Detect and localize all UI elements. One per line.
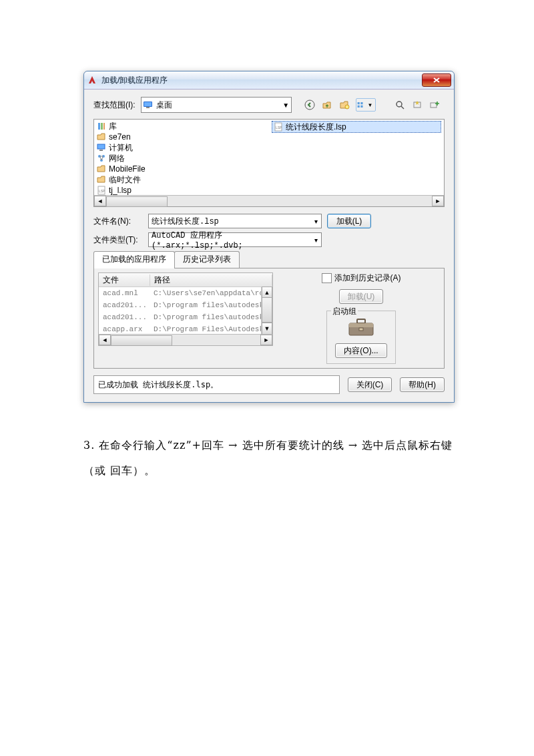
file-item-selected[interactable]: LSP统计线段长度.lsp	[272, 121, 441, 133]
add-history-label: 添加到历史记录(A)	[334, 272, 401, 284]
svg-rect-12	[98, 123, 100, 130]
look-in-label: 查找范围(I):	[93, 100, 136, 111]
folder-icon	[97, 175, 106, 184]
look-in-value: 桌面	[155, 100, 281, 111]
svg-rect-25	[357, 319, 365, 323]
add-favorite-icon[interactable]	[427, 98, 442, 112]
svg-rect-8	[360, 106, 362, 108]
svg-rect-27	[359, 328, 363, 331]
file-item[interactable]: 网络	[97, 153, 266, 164]
new-folder-icon[interactable]	[338, 99, 350, 111]
startup-legend: 启动组	[331, 306, 358, 317]
find-icon[interactable]	[392, 98, 407, 112]
briefcase-icon[interactable]	[345, 317, 377, 338]
filename-label: 文件名(N):	[93, 216, 143, 227]
filetype-select[interactable]: AutoCAD 应用程序 (*.arx;*.lsp;*.dvb; ▾	[148, 232, 322, 247]
dialog-body: 查找范围(I): 桌面 ▼ ▼	[84, 89, 454, 402]
list-item[interactable]: acad201...D:\program files\autodesk...	[99, 311, 272, 323]
svg-rect-7	[357, 106, 359, 108]
chevron-down-icon[interactable]: ▾	[311, 218, 321, 225]
vertical-scrollbar[interactable]: ▲ ▼	[261, 287, 272, 335]
lsp-file-icon: LSP	[274, 122, 283, 132]
back-icon[interactable]	[304, 99, 316, 111]
chevron-down-icon[interactable]: ▾	[311, 236, 321, 244]
scroll-track[interactable]	[106, 196, 432, 206]
scroll-left-icon[interactable]: ◄	[94, 196, 106, 206]
nav-toolbar: ▼	[304, 98, 376, 112]
tabstrip: 已加载的应用程序 历史记录列表	[93, 251, 445, 268]
svg-point-9	[396, 102, 402, 107]
checkbox[interactable]	[322, 273, 332, 283]
list-item[interactable]: acad.mnlC:\Users\se7en\appdata\ro...	[99, 287, 272, 299]
file-column-right: LSP统计线段长度.lsp	[269, 120, 444, 206]
close-icon[interactable]	[422, 73, 451, 87]
chevron-down-icon[interactable]: ▼	[281, 102, 291, 109]
file-browser[interactable]: 库 se7en 计算机 网络 MobileFile 临时文件 LSPtj_l.l…	[93, 119, 445, 207]
filetype-label: 文件类型(T):	[93, 234, 143, 246]
horizontal-scrollbar[interactable]: ◄ ►	[99, 334, 272, 345]
svg-rect-1	[144, 102, 152, 106]
load-button[interactable]: 加载(L)	[327, 214, 371, 228]
close-button[interactable]: 关闭(C)	[348, 377, 392, 392]
svg-rect-26	[349, 323, 373, 327]
load-unload-dialog: 加载/卸载应用程序 查找范围(I): 桌面 ▼ ▼	[83, 71, 455, 403]
tab-history[interactable]: 历史记录列表	[174, 251, 240, 268]
col-file[interactable]: 文件	[99, 274, 150, 286]
svg-rect-14	[103, 123, 105, 130]
file-item[interactable]: 临时文件	[97, 174, 266, 185]
scroll-down-icon[interactable]: ▼	[262, 323, 272, 335]
status-row: 已成功加载 统计线段长度.lsp。 关闭(C) 帮助(H)	[93, 375, 445, 394]
file-fields: 文件名(N): 统计线段长度.lsp ▾ 加载(L) 文件类型(T): Auto…	[93, 214, 445, 247]
app-icon	[87, 75, 97, 85]
favorites-icon[interactable]	[410, 98, 425, 112]
scroll-thumb[interactable]	[111, 335, 172, 346]
scroll-right-icon[interactable]: ►	[260, 335, 272, 345]
svg-rect-5	[357, 102, 359, 104]
tab-loaded-apps[interactable]: 已加载的应用程序	[93, 251, 175, 268]
instruction-text: 3. 在命令行输入“zz”+回车 → 选中所有要统计的线 → 选中后点鼠标右键（…	[83, 433, 454, 484]
view-menu-icon[interactable]: ▼	[356, 98, 376, 112]
file-item[interactable]: se7en	[97, 132, 266, 142]
file-column-left: 库 se7en 计算机 网络 MobileFile 临时文件 LSPtj_l.l…	[94, 120, 269, 206]
right-column: 添加到历史记录(A) 卸载(U) 启动组 内容(O)...	[282, 272, 440, 364]
loaded-apps-list[interactable]: 文件 路径 acad.mnlC:\Users\se7en\appdata\ro.…	[98, 272, 273, 346]
startup-group: 启动组 内容(O)...	[326, 311, 396, 364]
scroll-left-icon[interactable]: ◄	[99, 335, 111, 345]
titlebar[interactable]: 加载/卸载应用程序	[84, 71, 454, 89]
contents-button[interactable]: 内容(O)...	[335, 343, 386, 358]
file-item[interactable]: 计算机	[97, 142, 266, 153]
up-level-icon[interactable]	[321, 99, 333, 111]
dialog-title: 加载/卸载应用程序	[101, 75, 418, 86]
svg-rect-15	[97, 144, 105, 149]
look-in-combo[interactable]: 桌面 ▼	[141, 97, 292, 113]
scroll-right-icon[interactable]: ►	[432, 196, 444, 206]
folder-icon	[97, 132, 106, 142]
list-item[interactable]: acad201...D:\program files\autodesk...	[99, 299, 272, 311]
unload-button[interactable]: 卸载(U)	[339, 289, 384, 304]
help-button[interactable]: 帮助(H)	[400, 377, 445, 392]
svg-point-3	[305, 100, 314, 110]
filetype-value: AutoCAD 应用程序 (*.arx;*.lsp;*.dvb;	[149, 230, 311, 250]
horizontal-scrollbar[interactable]: ◄ ►	[94, 195, 444, 206]
svg-rect-2	[146, 107, 150, 108]
col-path[interactable]: 路径	[150, 274, 272, 286]
lsp-file-icon: LSP	[97, 186, 106, 195]
filename-value: 统计线段长度.lsp	[149, 216, 311, 227]
computer-icon	[97, 143, 106, 152]
file-item[interactable]: MobileFile	[97, 164, 266, 174]
scroll-thumb[interactable]	[262, 297, 272, 323]
svg-point-4	[345, 105, 349, 109]
svg-text:LSP: LSP	[99, 189, 105, 193]
file-item[interactable]: 库	[97, 121, 266, 132]
svg-rect-13	[101, 123, 103, 130]
look-in-row: 查找范围(I): 桌面 ▼ ▼	[93, 96, 445, 114]
svg-rect-16	[99, 150, 103, 151]
list-header: 文件 路径	[99, 273, 272, 287]
filename-input[interactable]: 统计线段长度.lsp ▾	[148, 214, 322, 228]
library-icon	[97, 122, 106, 131]
folder-icon	[97, 164, 106, 174]
svg-rect-6	[360, 102, 362, 104]
add-history-row[interactable]: 添加到历史记录(A)	[322, 272, 401, 284]
file-item[interactable]: LSPtj_l.lsp	[97, 185, 266, 196]
scroll-thumb[interactable]	[106, 196, 168, 207]
